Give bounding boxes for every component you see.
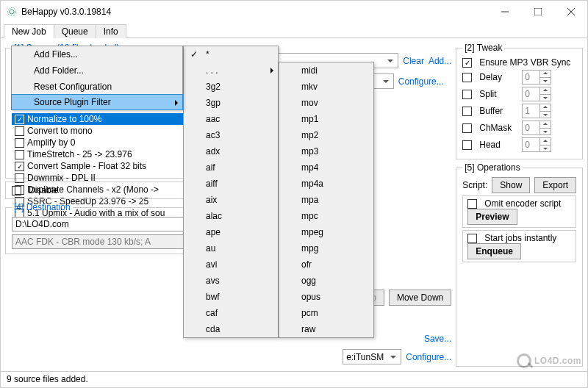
menu-add-files[interactable]: Add Files... xyxy=(12,46,182,62)
ext-item[interactable]: mpc xyxy=(279,208,373,224)
tweak-checkbox[interactable] xyxy=(462,90,472,99)
ext-item[interactable]: mp1 xyxy=(279,111,373,127)
configure-link-2[interactable]: Configure... xyxy=(406,352,451,362)
add-link[interactable]: Add... xyxy=(429,56,451,66)
ext-item[interactable]: bwf xyxy=(184,289,278,305)
tab-info[interactable]: Info xyxy=(96,24,126,38)
tweak-spin[interactable]: 1 xyxy=(522,104,551,118)
ext-item[interactable]: mp3 xyxy=(279,143,373,159)
ext-item[interactable]: ape xyxy=(184,224,278,240)
dsp-checkbox[interactable] xyxy=(15,138,24,148)
dsp-checkbox[interactable] xyxy=(15,115,24,124)
ext-item[interactable]: ofr xyxy=(279,256,373,273)
configure-link-1[interactable]: Configure... xyxy=(398,76,444,87)
ext-item[interactable]: caf xyxy=(184,305,278,321)
svg-rect-3 xyxy=(534,8,542,15)
show-button[interactable]: Show xyxy=(492,177,530,193)
tweak-checkbox[interactable] xyxy=(462,140,472,150)
itunsm-combo[interactable]: e:iTunSM xyxy=(343,349,401,364)
tweak-checkbox[interactable] xyxy=(462,73,472,82)
ext-item[interactable]: aix xyxy=(184,192,278,208)
dsp-label: Normalize to 100% xyxy=(27,114,101,124)
ensure-vbr-checkbox[interactable] xyxy=(462,58,472,68)
tweak-spin[interactable]: 0 xyxy=(522,70,551,85)
tweak-spin[interactable]: 0 xyxy=(522,137,551,152)
checkmark-icon: ✓ xyxy=(190,49,198,60)
svg-point-1 xyxy=(8,8,16,16)
tweak-legend: [2] Tweak xyxy=(462,43,504,53)
destination-legend: [4] Destination xyxy=(12,202,73,212)
ext-item[interactable]: 3g2 xyxy=(184,79,278,95)
ext-item[interactable]: aac xyxy=(184,111,278,127)
plugin-filter-submenu-1[interactable]: ✓ * . . . 3g23gpaacac3adxaifaiffaixalaca… xyxy=(183,46,279,338)
ext-item[interactable]: aif xyxy=(184,159,278,176)
window-title: BeHappy v0.3.0.19814 xyxy=(21,7,488,17)
ext-item[interactable]: adx xyxy=(184,143,278,159)
ext-item[interactable]: avs xyxy=(184,273,278,289)
ext-all[interactable]: ✓ * xyxy=(184,46,278,62)
clear-link[interactable]: Clear xyxy=(403,56,424,66)
ext-item[interactable]: ac3 xyxy=(184,127,278,143)
chevron-right-icon xyxy=(175,100,178,106)
ext-item[interactable]: mp4 xyxy=(279,159,373,176)
source-context-menu[interactable]: Add Files... Add Folder... Reset Configu… xyxy=(11,46,183,110)
ext-item[interactable]: mpa xyxy=(279,192,373,208)
ext-item[interactable]: raw xyxy=(279,321,373,337)
ext-item[interactable]: 3gp xyxy=(184,95,278,111)
ext-item[interactable]: mpg xyxy=(279,240,373,256)
move-down-button[interactable]: Move Down xyxy=(389,290,451,306)
ensure-vbr-label: Ensure MP3 VBR Sync xyxy=(479,57,570,68)
omit-encoder-label: Omit encoder script xyxy=(484,198,561,209)
menu-source-plugin-filter[interactable]: Source Plugin Filter xyxy=(11,94,183,110)
minimize-button[interactable] xyxy=(488,1,521,23)
export-button[interactable]: Export xyxy=(534,177,576,193)
save-link[interactable]: Save... xyxy=(424,334,451,344)
tab-queue[interactable]: Queue xyxy=(54,24,96,38)
enqueue-box: Start jobs instantly Enqueue xyxy=(462,230,576,262)
start-jobs-label: Start jobs instantly xyxy=(484,233,556,243)
svg-point-0 xyxy=(10,10,14,14)
dsp-checkbox[interactable] xyxy=(15,150,24,159)
tweak-checkbox[interactable] xyxy=(462,107,472,116)
magnifier-icon xyxy=(517,353,531,368)
ext-item[interactable]: midi xyxy=(279,62,373,79)
tweak-spin[interactable]: 0 xyxy=(522,121,551,135)
enqueue-button[interactable]: Enqueue xyxy=(467,243,521,259)
ext-item[interactable]: mkv xyxy=(279,79,373,95)
tweak-label: Delay xyxy=(479,72,517,82)
tweak-group: [2] Tweak Ensure MP3 VBR Sync Delay0Spli… xyxy=(456,43,583,159)
ext-item[interactable]: mov xyxy=(279,95,373,111)
ext-item[interactable]: opus xyxy=(279,289,373,305)
disable-checkbox[interactable] xyxy=(12,186,21,195)
tweak-spin[interactable]: 0 xyxy=(522,87,551,101)
ext-more[interactable]: . . . xyxy=(184,62,278,79)
ext-item[interactable]: mp2 xyxy=(279,127,373,143)
ext-item[interactable]: aiff xyxy=(184,176,278,192)
start-jobs-checkbox[interactable] xyxy=(467,234,477,243)
menu-add-folder[interactable]: Add Folder... xyxy=(12,62,182,79)
preview-button[interactable]: Preview xyxy=(467,209,517,225)
dsp-checkbox[interactable] xyxy=(15,162,24,171)
ext-item[interactable]: ogg xyxy=(279,273,373,289)
script-label: Script: xyxy=(462,180,487,190)
tab-new-job[interactable]: New Job xyxy=(4,24,54,38)
dsp-checkbox[interactable] xyxy=(15,126,24,136)
ext-item[interactable]: mpeg xyxy=(279,224,373,240)
plugin-filter-submenu-2[interactable]: midimkvmovmp1mp2mp3mp4mp4ampampcmpegmpgo… xyxy=(279,62,374,338)
watermark: LO4D.com xyxy=(517,353,581,368)
menu-reset-config[interactable]: Reset Configuration xyxy=(12,79,182,95)
tweak-checkbox[interactable] xyxy=(462,123,472,133)
dsp-label: Convert to mono xyxy=(27,126,93,136)
tweak-label: Buffer xyxy=(479,106,517,116)
close-button[interactable] xyxy=(554,1,587,23)
tweak-label: Head xyxy=(479,140,517,150)
ext-item[interactable]: au xyxy=(184,240,278,256)
omit-encoder-checkbox[interactable] xyxy=(467,199,477,209)
ext-item[interactable]: cda xyxy=(184,321,278,337)
status-bar: 9 source files added. xyxy=(1,371,587,387)
ext-item[interactable]: mp4a xyxy=(279,176,373,192)
ext-item[interactable]: pcm xyxy=(279,305,373,321)
ext-item[interactable]: avi xyxy=(184,256,278,273)
maximize-button[interactable] xyxy=(521,1,554,23)
ext-item[interactable]: alac xyxy=(184,208,278,224)
